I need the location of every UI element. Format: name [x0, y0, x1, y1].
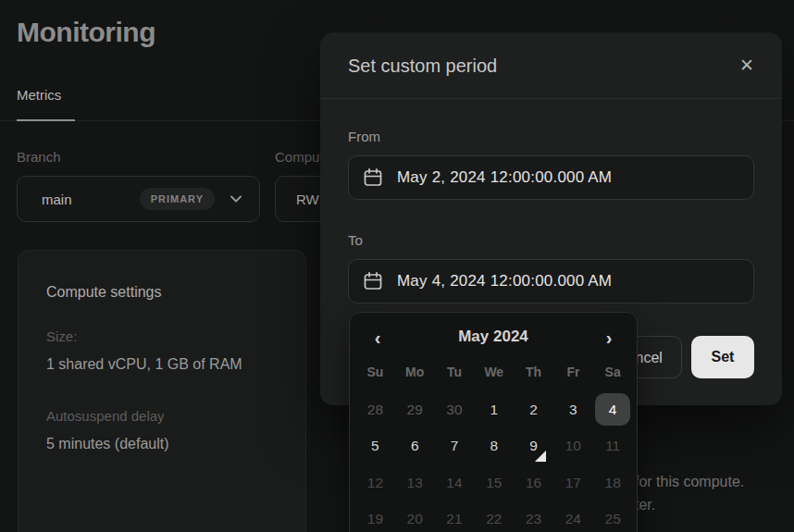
weekday-label: Th: [514, 365, 553, 379]
weekday-label: Sa: [593, 365, 633, 379]
tab-metrics-underline: [17, 119, 75, 121]
compute-card-title: Compute settings: [46, 284, 162, 301]
page-title: Monitoring: [17, 17, 155, 48]
calendar-day[interactable]: 5: [355, 428, 395, 465]
calendar-popup: ‹ May 2024 › SuMoTuWeThFrSa 282930123456…: [349, 312, 638, 532]
set-button[interactable]: Set: [691, 336, 754, 378]
calendar-day: 20: [395, 501, 435, 532]
autosuspend-value: 5 minutes (default): [46, 436, 169, 452]
calendar-day: 23: [514, 501, 553, 532]
calendar-day[interactable]: 7: [435, 428, 475, 465]
calendar-day: 12: [355, 464, 395, 501]
calendar-day[interactable]: 3: [553, 391, 593, 428]
tab-metrics[interactable]: Metrics: [17, 87, 61, 103]
background-text-line2: ter.: [635, 497, 655, 513]
branch-label: Branch: [17, 149, 61, 165]
calendar-day: 10: [553, 428, 593, 465]
background-text-line1: for this compute.: [635, 474, 744, 490]
primary-badge: PRIMARY: [140, 188, 215, 210]
calendar-day[interactable]: 28: [355, 391, 395, 428]
to-date-value: May 4, 2024 12:00:00.000 AM: [397, 272, 612, 291]
weekday-label: Mo: [395, 365, 435, 379]
modal-title: Set custom period: [348, 32, 497, 99]
from-label: From: [348, 129, 380, 144]
calendar-day[interactable]: 9: [514, 428, 553, 465]
calendar-day[interactable]: 8: [474, 428, 514, 465]
calendar-day: 21: [435, 501, 475, 532]
calendar-day: 17: [553, 464, 593, 501]
calendar-month-title: May 2024: [350, 328, 637, 346]
calendar-day: 15: [474, 464, 514, 501]
calendar-day: 18: [593, 464, 633, 501]
calendar-day[interactable]: 6: [395, 428, 435, 465]
from-date-input[interactable]: May 2, 2024 12:00:00.000 AM: [348, 155, 754, 200]
compute-settings-card: Compute settings Size: 1 shared vCPU, 1 …: [18, 250, 306, 532]
modal-header: Set custom period ✕: [320, 32, 782, 99]
calendar-day: 11: [593, 428, 633, 465]
branch-select[interactable]: main PRIMARY: [17, 176, 260, 222]
next-month-button[interactable]: ›: [596, 324, 622, 352]
size-label: Size:: [46, 328, 77, 344]
calendar-day[interactable]: 4: [593, 391, 633, 428]
calendar-day[interactable]: 29: [395, 391, 435, 428]
monitoring-page: Monitoring Metrics Branch main PRIMARY C…: [0, 0, 794, 532]
calendar-day[interactable]: 1: [474, 391, 514, 428]
mouse-cursor: [535, 451, 546, 462]
branch-select-value: main: [42, 192, 72, 207]
calendar-icon: [362, 270, 384, 292]
calendar-grid: 2829301234567891011121314151617181920212…: [355, 391, 633, 532]
calendar-icon: [362, 167, 384, 189]
calendar-day: 25: [593, 501, 633, 532]
close-icon[interactable]: ✕: [730, 32, 763, 99]
autosuspend-label: Autosuspend delay: [46, 408, 165, 424]
weekday-label: We: [474, 365, 514, 379]
chevron-down-icon: [230, 192, 242, 205]
calendar-day[interactable]: 2: [514, 391, 553, 428]
weekday-label: Su: [355, 365, 395, 379]
calendar-day: 19: [355, 501, 395, 532]
calendar-day: 16: [514, 464, 553, 501]
calendar-day: 24: [553, 501, 593, 532]
calendar-day: 13: [395, 464, 435, 501]
calendar-day[interactable]: 30: [435, 391, 475, 428]
weekday-label: Fr: [553, 365, 593, 379]
size-value: 1 shared vCPU, 1 GB of RAM: [46, 356, 242, 373]
to-date-input[interactable]: May 4, 2024 12:00:00.000 AM: [348, 259, 754, 303]
calendar-day: 22: [474, 501, 514, 532]
to-label: To: [348, 232, 363, 248]
calendar-day: 14: [435, 464, 475, 501]
compute-select-value: RW: [296, 192, 319, 207]
calendar-weekdays: SuMoTuWeThFrSa: [355, 365, 633, 379]
from-date-value: May 2, 2024 12:00:00.000 AM: [397, 168, 612, 187]
weekday-label: Tu: [435, 365, 475, 379]
